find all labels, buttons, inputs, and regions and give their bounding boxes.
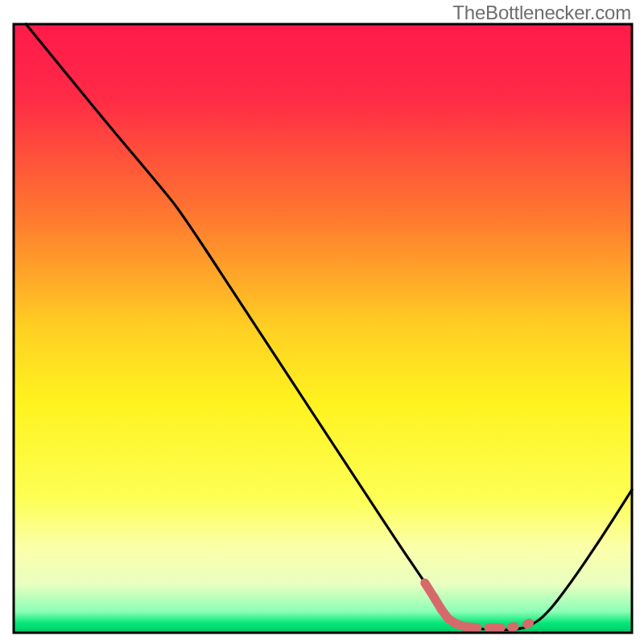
optimal-range-marker <box>511 626 514 627</box>
optimal-range-marker <box>526 623 529 625</box>
bottleneck-chart <box>0 0 644 644</box>
chart-container: TheBottlenecker.com <box>0 0 644 644</box>
watermark-text: TheBottlenecker.com <box>452 2 631 24</box>
gradient-background <box>14 24 632 633</box>
optimal-range-marker <box>465 626 477 627</box>
